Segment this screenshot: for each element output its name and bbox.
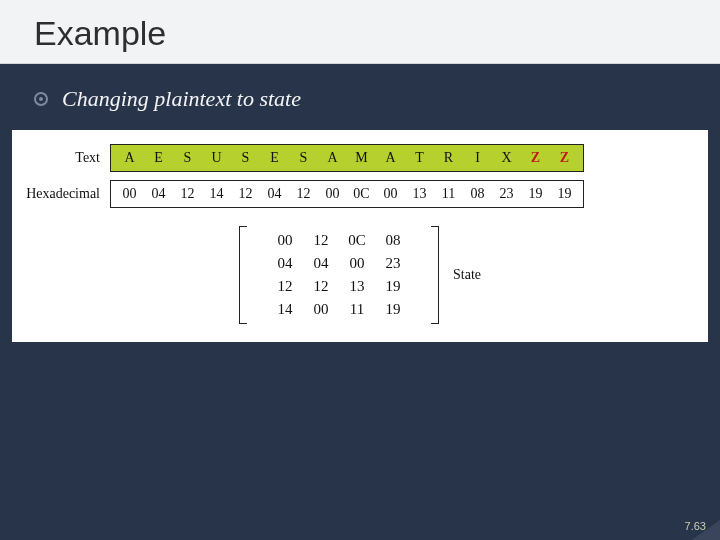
text-row-label: Text	[22, 150, 110, 166]
text-cell: S	[231, 147, 260, 169]
matrix-cell: 13	[339, 278, 375, 295]
hex-cell: 0C	[347, 183, 376, 205]
matrix-cell: 08	[375, 232, 411, 249]
hex-cell: 12	[173, 183, 202, 205]
title-band: Example	[0, 0, 720, 64]
hex-cell: 00	[318, 183, 347, 205]
matrix-cell: 11	[339, 301, 375, 318]
slide-number: 7.63	[685, 520, 706, 532]
text-cell: A	[318, 147, 347, 169]
text-cell: A	[376, 147, 405, 169]
hex-cell: 11	[434, 183, 463, 205]
hex-cell: 19	[521, 183, 550, 205]
slide-title: Example	[34, 14, 686, 53]
text-cell: A	[115, 147, 144, 169]
text-cell: X	[492, 147, 521, 169]
figure-panel: Text AESUSESAMATRIXZZ Hexadecimal 000412…	[12, 130, 708, 342]
hex-cell: 14	[202, 183, 231, 205]
text-cell: Z	[550, 147, 579, 169]
text-cell: E	[260, 147, 289, 169]
state-label: State	[453, 267, 481, 283]
text-cells: AESUSESAMATRIXZZ	[110, 144, 584, 172]
state-matrix: 00120C08040400231212131914001119	[257, 226, 421, 324]
matrix-cell: 23	[375, 255, 411, 272]
text-cell: S	[173, 147, 202, 169]
hex-cell: 08	[463, 183, 492, 205]
matrix-cell: 19	[375, 301, 411, 318]
text-cell: R	[434, 147, 463, 169]
text-cell: M	[347, 147, 376, 169]
hex-cell: 00	[115, 183, 144, 205]
hex-row-label: Hexadecimal	[22, 186, 110, 202]
bullet-text: Changing plaintext to state	[62, 86, 301, 112]
hex-cell: 00	[376, 183, 405, 205]
hex-cell: 04	[260, 183, 289, 205]
hex-row: Hexadecimal 00041214120412000C0013110823…	[22, 180, 698, 208]
matrix-cell: 19	[375, 278, 411, 295]
hex-cell: 13	[405, 183, 434, 205]
text-cell: S	[289, 147, 318, 169]
hex-cells: 00041214120412000C00131108231919	[110, 180, 584, 208]
bracket-right-icon	[431, 226, 439, 324]
matrix-cell: 0C	[339, 232, 375, 249]
text-cell: I	[463, 147, 492, 169]
matrix-cell: 00	[339, 255, 375, 272]
bracket-left-icon	[239, 226, 247, 324]
matrix-cell: 14	[267, 301, 303, 318]
hex-cell: 23	[492, 183, 521, 205]
hex-cell: 04	[144, 183, 173, 205]
matrix-cell: 12	[303, 232, 339, 249]
bullet-icon	[34, 92, 48, 106]
matrix-cell: 04	[303, 255, 339, 272]
matrix-cell: 04	[267, 255, 303, 272]
matrix-cell: 12	[303, 278, 339, 295]
hex-cell: 12	[231, 183, 260, 205]
state-matrix-wrap: 00120C08040400231212131914001119 State	[22, 226, 698, 324]
text-row: Text AESUSESAMATRIXZZ	[22, 144, 698, 172]
hex-cell: 12	[289, 183, 318, 205]
bullet-row: Changing plaintext to state	[0, 64, 720, 124]
hex-cell: 19	[550, 183, 579, 205]
text-cell: Z	[521, 147, 550, 169]
matrix-cell: 00	[267, 232, 303, 249]
matrix-cell: 00	[303, 301, 339, 318]
text-cell: E	[144, 147, 173, 169]
text-cell: U	[202, 147, 231, 169]
text-cell: T	[405, 147, 434, 169]
matrix-cell: 12	[267, 278, 303, 295]
